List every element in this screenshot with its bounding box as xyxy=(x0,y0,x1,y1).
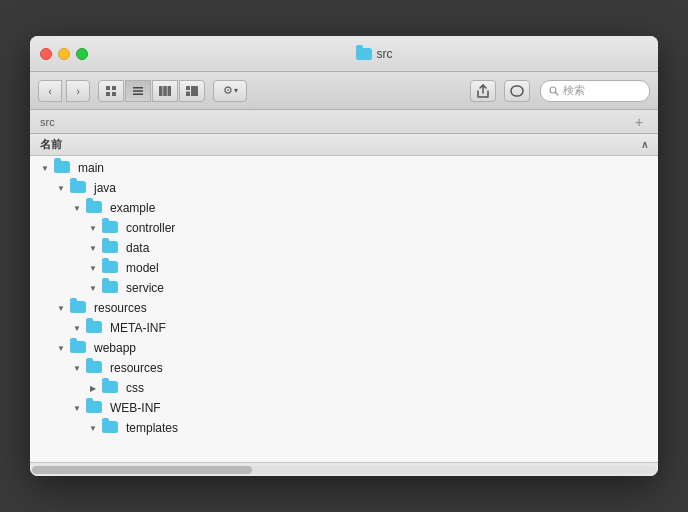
title-folder-icon xyxy=(356,48,372,60)
folder-icon xyxy=(54,161,70,173)
list-item[interactable]: java xyxy=(30,178,658,198)
list-item[interactable]: model xyxy=(30,258,658,278)
svg-rect-10 xyxy=(186,86,190,90)
finder-window: src ‹ › xyxy=(30,36,658,476)
expand-triangle-icon[interactable] xyxy=(70,361,84,375)
svg-rect-3 xyxy=(112,92,116,96)
expand-triangle-icon[interactable] xyxy=(70,321,84,335)
expand-triangle-icon[interactable] xyxy=(70,201,84,215)
expand-triangle-icon[interactable] xyxy=(54,341,68,355)
expand-triangle-icon[interactable] xyxy=(86,281,100,295)
sort-arrow-icon: ∧ xyxy=(641,139,648,150)
search-icon xyxy=(549,86,559,96)
view-list-button[interactable] xyxy=(125,80,151,102)
titlebar: src xyxy=(30,36,658,72)
search-placeholder: 検索 xyxy=(563,83,585,98)
item-name-label: example xyxy=(110,201,155,215)
add-button[interactable]: + xyxy=(630,113,648,131)
title-area: src xyxy=(100,47,648,61)
tag-button[interactable] xyxy=(504,80,530,102)
item-name-label: service xyxy=(126,281,164,295)
view-gallery-button[interactable] xyxy=(179,80,205,102)
column-header: 名前 ∧ xyxy=(30,134,658,156)
item-name-label: java xyxy=(94,181,116,195)
svg-rect-11 xyxy=(191,86,198,96)
item-name-label: resources xyxy=(94,301,147,315)
scrollbar-track xyxy=(32,466,656,474)
list-item[interactable]: service xyxy=(30,278,658,298)
name-column-header: 名前 xyxy=(40,137,62,152)
pathbar: src + xyxy=(30,110,658,134)
svg-line-15 xyxy=(556,92,559,95)
svg-rect-6 xyxy=(133,93,143,95)
list-item[interactable]: WEB-INF xyxy=(30,398,658,418)
svg-rect-7 xyxy=(159,86,163,96)
svg-rect-1 xyxy=(112,86,116,90)
folder-icon xyxy=(102,241,118,253)
folder-icon xyxy=(102,381,118,393)
svg-rect-5 xyxy=(133,90,143,92)
share-button[interactable] xyxy=(470,80,496,102)
current-path: src xyxy=(40,116,55,128)
traffic-lights xyxy=(40,48,88,60)
list-item[interactable]: META-INF xyxy=(30,318,658,338)
close-button[interactable] xyxy=(40,48,52,60)
list-item[interactable]: css xyxy=(30,378,658,398)
svg-rect-13 xyxy=(511,86,523,96)
folder-icon xyxy=(86,361,102,373)
maximize-button[interactable] xyxy=(76,48,88,60)
folder-icon xyxy=(102,261,118,273)
view-columns-button[interactable] xyxy=(152,80,178,102)
folder-icon xyxy=(86,201,102,213)
expand-triangle-icon[interactable] xyxy=(54,301,68,315)
expand-triangle-icon[interactable] xyxy=(86,421,100,435)
expand-triangle-icon[interactable] xyxy=(86,221,100,235)
minimize-button[interactable] xyxy=(58,48,70,60)
search-box[interactable]: 検索 xyxy=(540,80,650,102)
item-name-label: WEB-INF xyxy=(110,401,161,415)
item-name-label: webapp xyxy=(94,341,136,355)
item-name-label: META-INF xyxy=(110,321,166,335)
expand-triangle-icon[interactable] xyxy=(70,401,84,415)
toolbar: ‹ › xyxy=(30,72,658,110)
item-name-label: controller xyxy=(126,221,175,235)
folder-icon xyxy=(102,421,118,433)
gear-arrow-icon: ▾ xyxy=(234,86,238,95)
list-item[interactable]: main xyxy=(30,158,658,178)
list-item[interactable]: example xyxy=(30,198,658,218)
gear-button[interactable]: ⚙ ▾ xyxy=(213,80,247,102)
svg-rect-2 xyxy=(106,92,110,96)
item-name-label: css xyxy=(126,381,144,395)
folder-icon xyxy=(70,181,86,193)
gear-icon: ⚙ xyxy=(223,84,233,97)
folder-icon xyxy=(102,281,118,293)
item-name-label: main xyxy=(78,161,104,175)
expand-triangle-icon[interactable] xyxy=(54,181,68,195)
svg-rect-9 xyxy=(168,86,172,96)
folder-icon xyxy=(86,401,102,413)
folder-icon xyxy=(70,341,86,353)
item-name-label: data xyxy=(126,241,149,255)
list-item[interactable]: resources xyxy=(30,298,658,318)
expand-triangle-icon[interactable] xyxy=(86,381,100,395)
list-item[interactable]: templates xyxy=(30,418,658,438)
item-name-label: templates xyxy=(126,421,178,435)
forward-button[interactable]: › xyxy=(66,80,90,102)
back-button[interactable]: ‹ xyxy=(38,80,62,102)
window-title: src xyxy=(377,47,393,61)
expand-triangle-icon[interactable] xyxy=(86,261,100,275)
folder-icon xyxy=(102,221,118,233)
list-item[interactable]: resources xyxy=(30,358,658,378)
list-item[interactable]: data xyxy=(30,238,658,258)
item-name-label: model xyxy=(126,261,159,275)
folder-icon xyxy=(70,301,86,313)
view-icons-button[interactable] xyxy=(98,80,124,102)
expand-triangle-icon[interactable] xyxy=(86,241,100,255)
list-item[interactable]: controller xyxy=(30,218,658,238)
scrollbar-thumb[interactable] xyxy=(32,466,252,474)
list-item[interactable]: webapp xyxy=(30,338,658,358)
horizontal-scrollbar[interactable] xyxy=(30,462,658,476)
item-name-label: resources xyxy=(110,361,163,375)
view-buttons xyxy=(98,80,205,102)
expand-triangle-icon[interactable] xyxy=(38,161,52,175)
